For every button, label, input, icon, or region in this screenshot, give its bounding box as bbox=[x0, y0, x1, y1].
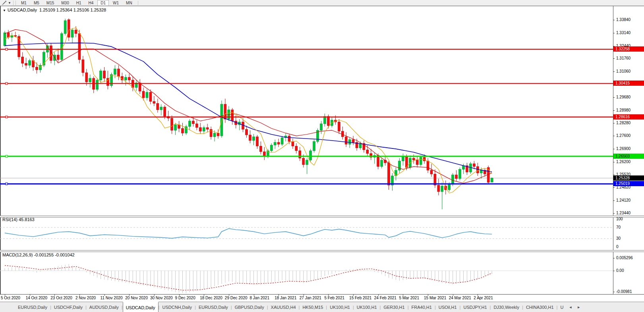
price-axis-tick-label: 1.28280 bbox=[616, 121, 630, 125]
hline-price-label: 1.26503 bbox=[613, 154, 644, 159]
symbol-menu-icon[interactable]: ▼ bbox=[3, 9, 6, 12]
chart-tab-GER30-H1[interactable]: GER30,H1 bbox=[381, 302, 407, 312]
price-axis-tick-label: 1.33140 bbox=[616, 31, 630, 35]
macd-axis-label: 0.005296 bbox=[616, 256, 633, 260]
timeframe-button-H4[interactable]: H4 bbox=[85, 0, 97, 6]
chart-tab-USOil-H1[interactable]: USOil,H1 bbox=[436, 302, 460, 312]
macd-axis-tick bbox=[613, 258, 615, 258]
tab-bar-lead-space bbox=[0, 302, 15, 312]
price-axis-tick bbox=[613, 123, 615, 123]
timeframe-button-M1[interactable]: M1 bbox=[18, 0, 30, 6]
timeframe-button-M15[interactable]: M15 bbox=[43, 0, 57, 6]
chart-tab-USDCNH-Daily[interactable]: USDCNH,Daily bbox=[159, 302, 195, 312]
time-axis-label: 30 Nov 2020 bbox=[150, 296, 173, 300]
tabs-scroll-right-icon[interactable]: ► bbox=[574, 302, 583, 312]
hline-anchor-handle[interactable] bbox=[6, 183, 8, 185]
price-axis-tick bbox=[613, 136, 615, 136]
price-axis-tick-label: 1.33840 bbox=[616, 17, 630, 22]
time-axis[interactable]: 5 Oct 202014 Oct 202023 Oct 20202 Nov 20… bbox=[0, 295, 644, 302]
rsi-line bbox=[5, 229, 492, 239]
chart-tab-AUDUSD-Daily[interactable]: AUDUSD,Daily bbox=[87, 302, 122, 312]
hline-price-label: 1.32258 bbox=[613, 46, 644, 52]
time-axis-label: 20 Nov 2020 bbox=[125, 296, 148, 300]
rsi-panel-splitter[interactable] bbox=[0, 216, 644, 218]
chart-tab-USDCHF-Daily[interactable]: USDCHF,Daily bbox=[51, 302, 85, 312]
macd-axis-label: 0.00 bbox=[616, 268, 624, 273]
chart-tab-UK100-H1[interactable]: UK100,H1 bbox=[354, 302, 380, 312]
macd-values: -0.001255 -0.001042 bbox=[34, 252, 74, 257]
time-axis-label: 27 Jan 2021 bbox=[300, 296, 321, 300]
chart-plot[interactable] bbox=[0, 0, 644, 312]
price-axis-tick bbox=[613, 200, 615, 201]
price-axis-tick-label: 1.31060 bbox=[616, 69, 630, 73]
price-axis-tick bbox=[613, 149, 615, 149]
chart-tab-EURUSD-Daily[interactable]: EURUSD,Daily bbox=[15, 302, 50, 312]
rsi-axis-label: 70 bbox=[616, 225, 621, 229]
macd-histogram-layer bbox=[5, 264, 492, 293]
drawing-tool-dropdown-icon[interactable]: ▼ bbox=[7, 1, 12, 5]
price-axis-tick bbox=[613, 20, 615, 20]
time-axis-label: 15 Mar 2021 bbox=[424, 296, 446, 300]
tabs-scroll-left-icon[interactable]: ◄ bbox=[566, 302, 574, 312]
time-axis-label: 14 Oct 2020 bbox=[26, 296, 47, 300]
hline-anchor-handle[interactable] bbox=[6, 155, 8, 157]
hline-price-label: 1.28616 bbox=[613, 114, 644, 119]
timeframe-button-W1[interactable]: W1 bbox=[110, 0, 122, 6]
timeframe-button-M5[interactable]: M5 bbox=[31, 0, 43, 6]
chart-tab-USDCAD-Daily[interactable]: USDCAD,Daily bbox=[123, 302, 159, 312]
price-axis-tick-label: 1.24120 bbox=[616, 198, 630, 202]
current-price-label: 1.25328 bbox=[613, 175, 644, 181]
chart-window-left-border bbox=[0, 6, 1, 302]
hline-anchor-handle[interactable] bbox=[6, 116, 8, 118]
price-axis-tick bbox=[613, 33, 615, 33]
chart-tab-CHINA300-H1[interactable]: CHINA300,H1 bbox=[523, 302, 557, 312]
chart-tab-XAUUSD-H4[interactable]: XAUUSD,H4 bbox=[268, 302, 299, 312]
time-axis-label: 8 Jan 2021 bbox=[250, 296, 270, 300]
chart-tab-USDJPY-H1[interactable]: USDJPY,H1 bbox=[460, 302, 489, 312]
rsi-indicator-label: RSI(14) 45.8163 bbox=[2, 217, 35, 222]
macd-panel-splitter[interactable] bbox=[0, 250, 644, 252]
chart-tab-UK100-H1[interactable]: UK100,H1 bbox=[327, 302, 353, 312]
rsi-axis-label: 100 bbox=[616, 217, 623, 221]
time-axis-label: 5 Feb 2021 bbox=[324, 296, 344, 300]
price-axis-tick-label: 1.29680 bbox=[616, 95, 630, 99]
chart-tab-DJ30-Weekly[interactable]: DJ30,Weekly bbox=[491, 302, 522, 312]
chart-title: ▼USDCAD,Daily 1.25109 1.25364 1.25106 1.… bbox=[3, 8, 106, 12]
time-axis-label: 2 Nov 2020 bbox=[75, 296, 96, 300]
price-axis-tick bbox=[613, 71, 615, 72]
chart-tab-U[interactable]: U bbox=[557, 302, 566, 312]
price-axis-tick bbox=[613, 97, 615, 98]
price-axis-tick-label: 1.26200 bbox=[616, 160, 630, 164]
time-axis-label: 9 Dec 2020 bbox=[175, 296, 195, 300]
hline-price-label: 1.30415 bbox=[613, 81, 644, 86]
macd-name: MACD(12,26,9) bbox=[2, 252, 33, 257]
chart-tab-EURUSD-Daily[interactable]: EURUSD,Daily bbox=[196, 302, 231, 312]
price-axis-tick bbox=[613, 187, 615, 188]
timeframe-button-D1[interactable]: D1 bbox=[97, 0, 109, 6]
macd-axis-tick bbox=[613, 271, 615, 271]
rsi-axis-label: 0 bbox=[616, 245, 619, 249]
chart-tab-GBPUSD-Daily[interactable]: GBPUSD,Daily bbox=[232, 302, 267, 312]
toolbar-grip[interactable] bbox=[13, 1, 16, 5]
time-axis-label: 24 Feb 2021 bbox=[374, 296, 396, 300]
timeframe-button-MN[interactable]: MN bbox=[123, 0, 135, 6]
application-window: ▼ M1M5M15M30H1H4D1W1MN ▼USDCAD,Daily 1.2… bbox=[0, 0, 644, 312]
chart-tabs-bar: EURUSD,Daily|USDCHF,Daily|AUDUSD,Daily|U… bbox=[0, 302, 644, 312]
chart-ohlc-values: 1.25109 1.25364 1.25106 1.25328 bbox=[39, 8, 106, 12]
price-axis-tick bbox=[613, 110, 615, 111]
timeframe-button-M30[interactable]: M30 bbox=[58, 0, 72, 6]
price-axis-tick bbox=[613, 213, 615, 214]
time-axis-label: 2 Apr 2021 bbox=[474, 296, 493, 300]
chart-tab-HK50-M15[interactable]: HK50,M15 bbox=[300, 302, 326, 312]
price-axis-tick bbox=[613, 58, 615, 59]
drawing-tool-icon[interactable] bbox=[1, 0, 7, 6]
hline-anchor-handle[interactable] bbox=[6, 48, 8, 50]
time-axis-label: 18 Jan 2021 bbox=[275, 296, 296, 300]
hline-price-label: 1.25019 bbox=[613, 181, 644, 186]
macd-axis-label: -0.00981 bbox=[616, 289, 632, 294]
time-axis-label: 24 Mar 2021 bbox=[449, 296, 471, 300]
timeframe-button-H1[interactable]: H1 bbox=[73, 0, 85, 6]
chart-tab-FRA40-H1[interactable]: FRA40,H1 bbox=[409, 302, 435, 312]
hline-anchor-handle[interactable] bbox=[6, 83, 8, 85]
price-axis-tick-label: 1.23440 bbox=[616, 211, 630, 215]
